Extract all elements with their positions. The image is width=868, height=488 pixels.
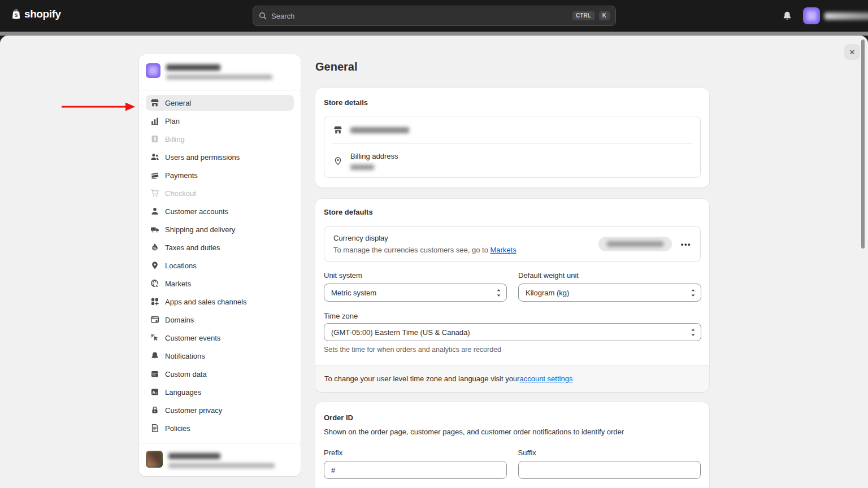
sidebar-item-users-and-permissions[interactable]: Users and permissions (146, 149, 294, 165)
shopify-bag-icon: S (11, 9, 21, 20)
notifications-bell-icon[interactable] (782, 11, 792, 21)
sidebar-item-notifications[interactable]: Notifications (146, 348, 294, 364)
order-id-card: Order ID Shown on the order page, custom… (315, 402, 709, 488)
custom-data-icon (150, 369, 159, 378)
svg-text:z: z (155, 391, 157, 395)
location-pin-icon (333, 156, 342, 165)
topbar-user-menu[interactable] (803, 7, 868, 24)
svg-text:S: S (15, 12, 18, 18)
search-input[interactable] (271, 12, 568, 20)
globe-icon: $ (150, 279, 159, 288)
store-avatar-small (146, 63, 160, 78)
default-weight-unit-label: Default weight unit (518, 271, 701, 280)
chevron-updown-icon (691, 289, 696, 297)
time-zone-select[interactable]: (GMT-05:00) Eastern Time (US & Canada) (324, 323, 701, 341)
user-name-redacted (168, 453, 220, 459)
k-key-badge: K (599, 11, 610, 20)
currency-display-description: To manage the currencies customers see, … (333, 246, 517, 254)
sidebar-item-plan[interactable]: Plan (146, 113, 294, 129)
sidebar-item-label: Markets (165, 280, 191, 288)
sidebar-item-general[interactable]: General (146, 95, 294, 111)
store-details-heading: Store details (324, 98, 701, 107)
sidebar-item-label: Policies (165, 424, 190, 433)
bell-icon (150, 351, 159, 360)
storefront-icon (150, 98, 159, 107)
tax-bag-icon: % (150, 243, 159, 252)
store-url-redacted (166, 75, 272, 80)
sidebar-item-apps-and-sales-channels[interactable]: Apps and sales channels (146, 294, 294, 310)
billing-address-row[interactable]: Billing address (324, 144, 700, 178)
currency-display-box: Currency display To manage the currencie… (324, 226, 701, 262)
sidebar-item-customer-accounts[interactable]: Customer accounts (146, 203, 294, 219)
shopify-logo[interactable]: S shopify (11, 8, 61, 20)
sidebar-item-label: Checkout (165, 189, 196, 198)
close-button[interactable]: ✕ (844, 44, 860, 60)
sidebar-item-label: Apps and sales channels (165, 298, 247, 306)
billing-address-label: Billing address (350, 152, 398, 160)
sidebar-item-languages[interactable]: AzLanguages (146, 384, 294, 400)
time-zone-help-text: Sets the time for when orders and analyt… (324, 346, 501, 354)
store-name-row[interactable] (324, 116, 700, 143)
default-weight-unit-select[interactable]: Kilogram (kg) (518, 284, 701, 302)
sidebar-item-label: Languages (165, 388, 201, 396)
sidebar-item-label: Custom data (165, 370, 207, 378)
sidebar-item-domains[interactable]: Domains (146, 312, 294, 328)
currency-display-label: Currency display (333, 234, 517, 242)
ctrl-key-badge: CTRL (572, 11, 594, 20)
settings-nav: GeneralPlan$BillingUsers and permissions… (139, 90, 301, 443)
sidebar-item-label: Payments (165, 171, 198, 180)
sidebar-item-label: Domains (165, 316, 194, 324)
sidebar-item-label: Billing (165, 135, 185, 143)
brand-wordmark: shopify (24, 8, 61, 20)
svg-text:$: $ (156, 284, 158, 287)
sidebar-item-payments[interactable]: Payments (146, 167, 294, 183)
scrollbar-thumb[interactable] (861, 40, 865, 249)
domains-icon (150, 315, 159, 324)
page-title: General (315, 60, 357, 73)
sidebar-item-custom-data[interactable]: Custom data (146, 366, 294, 382)
sidebar-item-shipping-and-delivery[interactable]: Shipping and delivery (146, 221, 294, 237)
markets-link[interactable]: Markets (490, 246, 516, 254)
translate-icon: Az (150, 387, 159, 396)
sidebar-item-policies[interactable]: Policies (146, 420, 294, 436)
topbar: S shopify CTRL K (0, 0, 868, 32)
location-pin-icon (150, 261, 159, 270)
settings-panel: ✕ GeneralPlan$BillingUsers and permissio… (0, 36, 868, 488)
store-avatar (803, 7, 820, 24)
sidebar-item-label: Customer events (165, 334, 220, 342)
chevron-updown-icon (496, 289, 501, 297)
svg-text:$: $ (154, 136, 157, 142)
sidebar-item-customer-events[interactable]: Customer events (146, 330, 294, 346)
global-search[interactable]: CTRL K (253, 6, 616, 26)
cursor-click-icon (150, 333, 159, 342)
users-icon (150, 152, 159, 162)
backdrop-strip (0, 32, 868, 36)
unit-system-label: Unit system (324, 271, 507, 280)
order-id-description: Shown on the order page, customer pages,… (324, 428, 701, 436)
sidebar-item-label: Customer privacy (165, 406, 222, 415)
sidebar-item-label: General (165, 99, 191, 107)
sidebar-item-locations[interactable]: Locations (146, 258, 294, 273)
annotation-arrow (59, 101, 137, 113)
person-icon (150, 207, 159, 216)
store-details-card: Store details Billing address (315, 88, 709, 188)
overflow-menu-icon[interactable]: ••• (681, 240, 691, 249)
sidebar-item-markets[interactable]: $Markets (146, 276, 294, 291)
sidebar-item-billing[interactable]: $Billing (146, 131, 294, 147)
sidebar-store-header[interactable] (139, 54, 301, 90)
suffix-label: Suffix (518, 448, 701, 457)
settings-sidebar: GeneralPlan$BillingUsers and permissions… (139, 54, 301, 476)
plan-chart-icon (150, 116, 159, 125)
sidebar-item-taxes-and-duties[interactable]: %Taxes and duties (146, 239, 294, 255)
suffix-input[interactable] (518, 461, 701, 479)
search-icon (259, 12, 267, 20)
billing-icon: $ (150, 134, 159, 143)
store-name-value-redacted (350, 127, 409, 133)
sidebar-item-checkout[interactable]: Checkout (146, 185, 294, 201)
sidebar-user-footer[interactable] (139, 443, 301, 476)
unit-system-select[interactable]: Metric system (324, 284, 507, 302)
sidebar-item-customer-privacy[interactable]: Customer privacy (146, 402, 294, 418)
currency-value-pill (598, 237, 672, 251)
prefix-input[interactable] (324, 461, 507, 479)
account-settings-link[interactable]: account settings (519, 374, 572, 383)
